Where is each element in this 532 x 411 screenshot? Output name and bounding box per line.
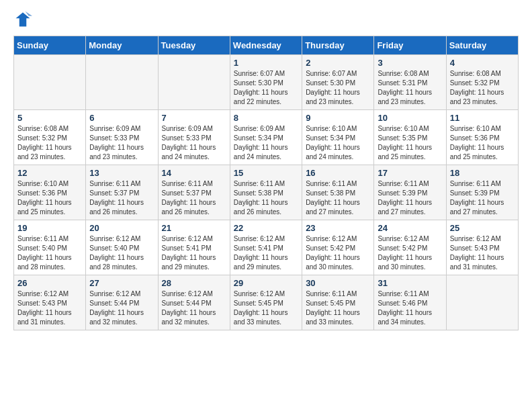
day-number: 25 xyxy=(450,223,515,233)
cell-info: Sunrise: 6:08 AM Sunset: 5:32 PM Dayligh… xyxy=(17,124,82,162)
day-number: 31 xyxy=(378,278,442,288)
day-number: 26 xyxy=(17,278,82,288)
day-number: 17 xyxy=(378,168,442,178)
day-number: 2 xyxy=(306,58,370,68)
day-number: 20 xyxy=(89,223,154,233)
week-row-4: 26Sunrise: 6:12 AM Sunset: 5:43 PM Dayli… xyxy=(14,275,519,330)
day-number: 22 xyxy=(234,223,298,233)
calendar-cell: 19Sunrise: 6:11 AM Sunset: 5:40 PM Dayli… xyxy=(14,220,86,275)
calendar-cell: 9Sunrise: 6:10 AM Sunset: 5:34 PM Daylig… xyxy=(302,110,374,165)
calendar-cell xyxy=(14,55,86,110)
page: SundayMondayTuesdayWednesdayThursdayFrid… xyxy=(0,0,532,411)
calendar-cell: 2Sunrise: 6:07 AM Sunset: 5:30 PM Daylig… xyxy=(302,55,374,110)
calendar-cell: 20Sunrise: 6:12 AM Sunset: 5:40 PM Dayli… xyxy=(86,220,158,275)
day-number: 23 xyxy=(306,223,370,233)
calendar-cell: 7Sunrise: 6:09 AM Sunset: 5:33 PM Daylig… xyxy=(158,110,230,165)
day-number: 5 xyxy=(17,113,82,123)
cell-info: Sunrise: 6:12 AM Sunset: 5:45 PM Dayligh… xyxy=(234,289,298,327)
cell-info: Sunrise: 6:11 AM Sunset: 5:39 PM Dayligh… xyxy=(450,179,515,217)
calendar-cell: 11Sunrise: 6:10 AM Sunset: 5:36 PM Dayli… xyxy=(446,110,518,165)
cell-info: Sunrise: 6:11 AM Sunset: 5:37 PM Dayligh… xyxy=(162,179,226,217)
cell-info: Sunrise: 6:12 AM Sunset: 5:43 PM Dayligh… xyxy=(450,234,515,272)
header xyxy=(13,10,519,29)
cell-info: Sunrise: 6:11 AM Sunset: 5:37 PM Dayligh… xyxy=(89,179,154,217)
calendar-cell: 28Sunrise: 6:12 AM Sunset: 5:44 PM Dayli… xyxy=(158,275,230,330)
calendar-cell: 3Sunrise: 6:08 AM Sunset: 5:31 PM Daylig… xyxy=(374,55,446,110)
day-number: 30 xyxy=(306,278,370,288)
day-number: 19 xyxy=(17,223,82,233)
cell-info: Sunrise: 6:12 AM Sunset: 5:41 PM Dayligh… xyxy=(234,234,298,272)
cell-info: Sunrise: 6:11 AM Sunset: 5:39 PM Dayligh… xyxy=(378,179,442,217)
cell-info: Sunrise: 6:11 AM Sunset: 5:40 PM Dayligh… xyxy=(17,234,82,272)
weekday-monday: Monday xyxy=(86,36,158,55)
weekday-thursday: Thursday xyxy=(302,36,374,55)
logo xyxy=(13,10,35,29)
calendar-cell: 22Sunrise: 6:12 AM Sunset: 5:41 PM Dayli… xyxy=(230,220,302,275)
cell-info: Sunrise: 6:08 AM Sunset: 5:32 PM Dayligh… xyxy=(450,69,515,107)
cell-info: Sunrise: 6:10 AM Sunset: 5:35 PM Dayligh… xyxy=(378,124,442,162)
day-number: 29 xyxy=(234,278,298,288)
cell-info: Sunrise: 6:12 AM Sunset: 5:43 PM Dayligh… xyxy=(17,289,82,327)
week-row-2: 12Sunrise: 6:10 AM Sunset: 5:36 PM Dayli… xyxy=(14,165,519,220)
calendar-cell: 5Sunrise: 6:08 AM Sunset: 5:32 PM Daylig… xyxy=(14,110,86,165)
calendar-cell: 10Sunrise: 6:10 AM Sunset: 5:35 PM Dayli… xyxy=(374,110,446,165)
calendar-cell: 27Sunrise: 6:12 AM Sunset: 5:44 PM Dayli… xyxy=(86,275,158,330)
day-number: 3 xyxy=(378,58,442,68)
cell-info: Sunrise: 6:12 AM Sunset: 5:44 PM Dayligh… xyxy=(162,289,226,327)
calendar-cell: 31Sunrise: 6:11 AM Sunset: 5:46 PM Dayli… xyxy=(374,275,446,330)
day-number: 15 xyxy=(234,168,298,178)
weekday-tuesday: Tuesday xyxy=(158,36,230,55)
day-number: 11 xyxy=(450,113,515,123)
weekday-saturday: Saturday xyxy=(446,36,518,55)
day-number: 9 xyxy=(306,113,370,123)
day-number: 1 xyxy=(234,58,298,68)
cell-info: Sunrise: 6:10 AM Sunset: 5:36 PM Dayligh… xyxy=(450,124,515,162)
weekday-sunday: Sunday xyxy=(14,36,86,55)
day-number: 12 xyxy=(17,168,82,178)
cell-info: Sunrise: 6:11 AM Sunset: 5:38 PM Dayligh… xyxy=(306,179,370,217)
day-number: 4 xyxy=(450,58,515,68)
day-number: 10 xyxy=(378,113,442,123)
calendar-cell: 25Sunrise: 6:12 AM Sunset: 5:43 PM Dayli… xyxy=(446,220,518,275)
cell-info: Sunrise: 6:11 AM Sunset: 5:46 PM Dayligh… xyxy=(378,289,442,327)
weekday-wednesday: Wednesday xyxy=(230,36,302,55)
calendar-cell: 13Sunrise: 6:11 AM Sunset: 5:37 PM Dayli… xyxy=(86,165,158,220)
calendar-cell: 1Sunrise: 6:07 AM Sunset: 5:30 PM Daylig… xyxy=(230,55,302,110)
day-number: 24 xyxy=(378,223,442,233)
logo-icon xyxy=(13,10,32,29)
calendar-cell: 4Sunrise: 6:08 AM Sunset: 5:32 PM Daylig… xyxy=(446,55,518,110)
day-number: 28 xyxy=(162,278,226,288)
week-row-1: 5Sunrise: 6:08 AM Sunset: 5:32 PM Daylig… xyxy=(14,110,519,165)
calendar-cell: 14Sunrise: 6:11 AM Sunset: 5:37 PM Dayli… xyxy=(158,165,230,220)
calendar-cell xyxy=(446,275,518,330)
day-number: 16 xyxy=(306,168,370,178)
calendar-cell: 12Sunrise: 6:10 AM Sunset: 5:36 PM Dayli… xyxy=(14,165,86,220)
calendar-cell: 17Sunrise: 6:11 AM Sunset: 5:39 PM Dayli… xyxy=(374,165,446,220)
cell-info: Sunrise: 6:09 AM Sunset: 5:33 PM Dayligh… xyxy=(89,124,154,162)
cell-info: Sunrise: 6:10 AM Sunset: 5:36 PM Dayligh… xyxy=(17,179,82,217)
calendar-cell: 18Sunrise: 6:11 AM Sunset: 5:39 PM Dayli… xyxy=(446,165,518,220)
calendar-cell xyxy=(158,55,230,110)
calendar-cell: 26Sunrise: 6:12 AM Sunset: 5:43 PM Dayli… xyxy=(14,275,86,330)
cell-info: Sunrise: 6:12 AM Sunset: 5:42 PM Dayligh… xyxy=(378,234,442,272)
cell-info: Sunrise: 6:12 AM Sunset: 5:42 PM Dayligh… xyxy=(306,234,370,272)
cell-info: Sunrise: 6:08 AM Sunset: 5:31 PM Dayligh… xyxy=(378,69,442,107)
calendar-cell xyxy=(86,55,158,110)
day-number: 14 xyxy=(162,168,226,178)
weekday-friday: Friday xyxy=(374,36,446,55)
calendar-cell: 30Sunrise: 6:11 AM Sunset: 5:45 PM Dayli… xyxy=(302,275,374,330)
calendar-cell: 16Sunrise: 6:11 AM Sunset: 5:38 PM Dayli… xyxy=(302,165,374,220)
day-number: 13 xyxy=(89,168,154,178)
calendar-cell: 15Sunrise: 6:11 AM Sunset: 5:38 PM Dayli… xyxy=(230,165,302,220)
cell-info: Sunrise: 6:07 AM Sunset: 5:30 PM Dayligh… xyxy=(234,69,298,107)
week-row-0: 1Sunrise: 6:07 AM Sunset: 5:30 PM Daylig… xyxy=(14,55,519,110)
day-number: 27 xyxy=(89,278,154,288)
day-number: 8 xyxy=(234,113,298,123)
day-number: 18 xyxy=(450,168,515,178)
day-number: 7 xyxy=(162,113,226,123)
calendar-cell: 8Sunrise: 6:09 AM Sunset: 5:34 PM Daylig… xyxy=(230,110,302,165)
calendar-cell: 23Sunrise: 6:12 AM Sunset: 5:42 PM Dayli… xyxy=(302,220,374,275)
day-number: 6 xyxy=(89,113,154,123)
cell-info: Sunrise: 6:12 AM Sunset: 5:41 PM Dayligh… xyxy=(162,234,226,272)
weekday-header-row: SundayMondayTuesdayWednesdayThursdayFrid… xyxy=(14,36,519,55)
